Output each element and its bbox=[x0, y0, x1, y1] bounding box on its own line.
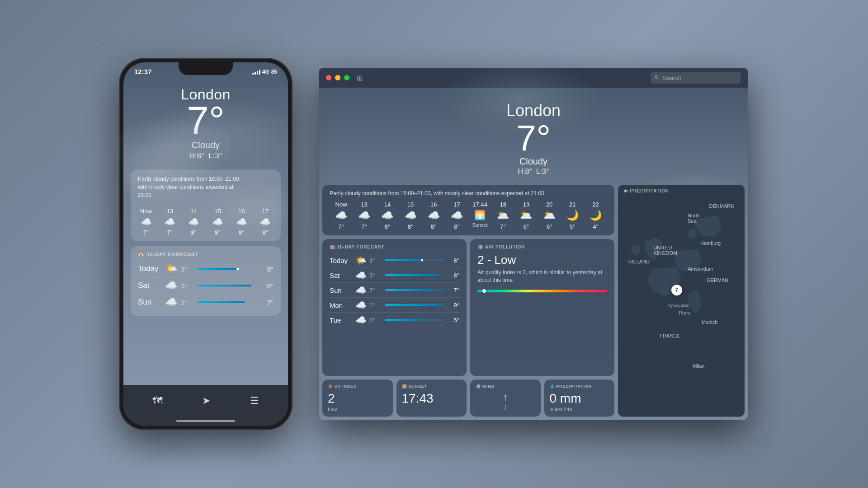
denmark-label: DENMARK bbox=[709, 203, 734, 209]
wind-header: 💨 WIND bbox=[476, 384, 535, 389]
sunset-header: 🌅 SUNSET bbox=[402, 384, 462, 389]
mac-window: ⊞ 🔍 Search London 7° Cloudy H:8° L:3° bbox=[319, 68, 748, 420]
mac-bar-tue bbox=[385, 319, 444, 321]
pollution-gradient-bar bbox=[477, 290, 607, 292]
signal-bars-icon bbox=[252, 69, 260, 75]
france-label: FRANCE bbox=[660, 333, 680, 338]
precip-map-icon: 🌧 bbox=[623, 188, 628, 193]
mac-hourly-text: Partly cloudy conditions from 18:00–21:0… bbox=[330, 190, 607, 197]
mac-bar-sun bbox=[385, 289, 444, 291]
munich-label: Munich bbox=[702, 319, 717, 325]
tenday-panel-header: 📅 10-DAY FORECAST bbox=[330, 244, 459, 249]
wind-icon: 💨 bbox=[476, 384, 481, 389]
mac-bar-today bbox=[385, 259, 444, 261]
pollution-header: 💨 AIR POLLUTION bbox=[477, 244, 607, 249]
germany-label: GERMAN bbox=[707, 277, 728, 283]
mac-bar-sat bbox=[385, 274, 444, 276]
precip-header: 💧 PRECIPITATION bbox=[550, 384, 609, 389]
mac-content: London 7° Cloudy H:8° L:3° Partly cloudy… bbox=[319, 88, 748, 420]
mac-right-column: NorthSea DENMARK Hamburg Amsterdam GERMA… bbox=[618, 185, 745, 417]
phone-battery: 85 bbox=[271, 69, 277, 75]
sun-icon: ☀️ bbox=[328, 384, 333, 389]
uv-header: ☀️ UV INDEX bbox=[328, 384, 387, 389]
phone-network: 4G bbox=[262, 69, 269, 75]
phone-signal: 4G 85 bbox=[252, 69, 277, 75]
phone-time: 12:37 bbox=[134, 68, 151, 75]
paris-label: Paris bbox=[679, 310, 690, 315]
amsterdam-label: Amsterdam bbox=[688, 266, 713, 272]
location-dot: 7 bbox=[671, 285, 682, 296]
phone-notch bbox=[179, 62, 233, 75]
map-precip-header: 🌧 PRECIPITATION bbox=[623, 188, 669, 193]
sunset-header-icon: 🌅 bbox=[402, 384, 407, 389]
rain-icon: 💧 bbox=[550, 384, 555, 389]
pollution-indicator bbox=[482, 289, 486, 293]
map-background: NorthSea DENMARK Hamburg Amsterdam GERMA… bbox=[618, 185, 745, 417]
calendar-icon: 📅 bbox=[330, 244, 335, 249]
milan-label: Milan bbox=[693, 363, 704, 369]
uk-label: UNITEDKINGDOM bbox=[653, 245, 677, 256]
pollution-icon: 💨 bbox=[477, 244, 483, 249]
precip-sub: in last 24h bbox=[550, 407, 609, 412]
pollution-description: Air quality index is 2, which is similar… bbox=[477, 269, 607, 284]
ireland-label: IRELAND bbox=[628, 259, 650, 264]
hamburg-label: Hamburg bbox=[700, 240, 721, 246]
uv-sub: Low bbox=[328, 407, 387, 412]
my-location-label: My Location bbox=[667, 303, 689, 308]
map-svg bbox=[618, 185, 745, 417]
mac-map-card: NorthSea DENMARK Hamburg Amsterdam GERMA… bbox=[618, 185, 745, 417]
north-sea-label: NorthSea bbox=[688, 213, 700, 224]
mac-bar-mon bbox=[385, 304, 444, 306]
wind-arrow-indicator: / bbox=[505, 404, 506, 411]
